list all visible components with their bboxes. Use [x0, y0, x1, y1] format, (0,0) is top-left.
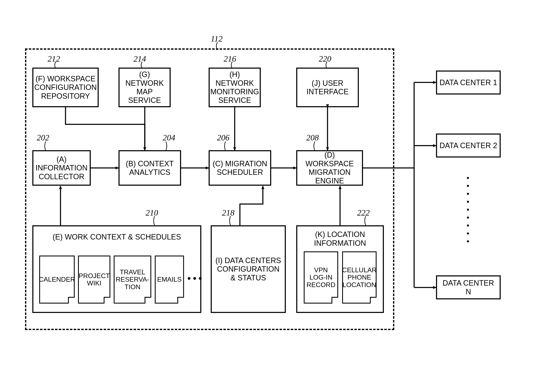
- diagram-canvas: 112 (F) WORKSPACE CONFIGURATION REPOSITO…: [0, 0, 552, 392]
- arrows: [0, 0, 552, 392]
